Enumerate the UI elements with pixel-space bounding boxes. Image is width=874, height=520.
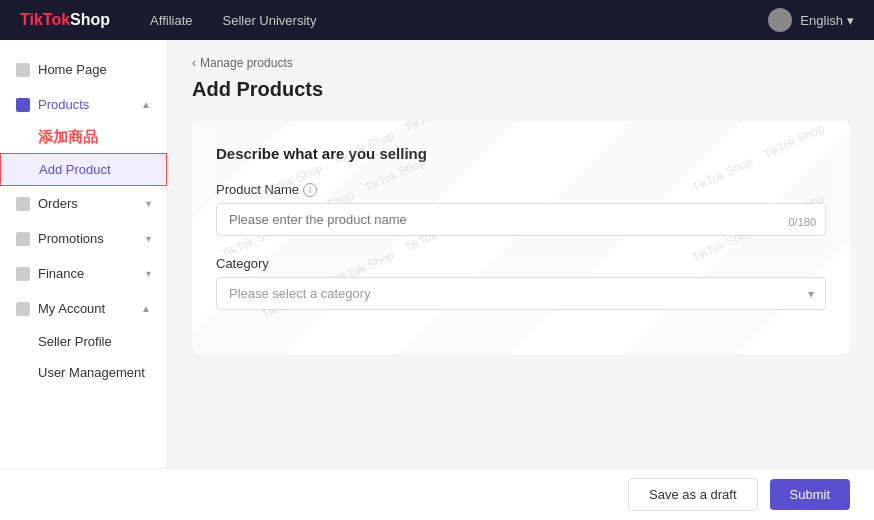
product-name-input-wrapper: 0/180 bbox=[216, 203, 826, 236]
sidebar-item-home-label: Home Page bbox=[38, 62, 107, 77]
chevron-down-icon: ▾ bbox=[146, 233, 151, 244]
finance-icon bbox=[16, 267, 30, 281]
submit-button[interactable]: Submit bbox=[770, 479, 850, 510]
sidebar-item-orders[interactable]: Orders ▾ bbox=[0, 186, 167, 221]
breadcrumb-parent[interactable]: Manage products bbox=[200, 56, 293, 70]
nav-links: Affiliate Seller University bbox=[150, 13, 768, 28]
language-selector[interactable]: English ▾ bbox=[800, 13, 854, 28]
sidebar-item-home[interactable]: Home Page bbox=[0, 52, 167, 87]
nav-seller-university[interactable]: Seller University bbox=[223, 13, 317, 28]
page-title: Add Products bbox=[192, 78, 850, 101]
orders-icon bbox=[16, 197, 30, 211]
sidebar: Home Page Products ▲ 添加商品 Add Product Or… bbox=[0, 40, 168, 468]
sidebar-item-my-account-label: My Account bbox=[38, 301, 105, 316]
sidebar-item-seller-profile[interactable]: Seller Profile bbox=[0, 326, 167, 357]
chevron-down-icon: ▾ bbox=[146, 268, 151, 279]
sidebar-item-products-label: Products bbox=[38, 97, 89, 112]
category-select[interactable]: Please select a category bbox=[216, 277, 826, 310]
chevron-up-icon: ▲ bbox=[141, 99, 151, 110]
sidebar-item-user-management[interactable]: User Management bbox=[0, 357, 167, 388]
product-name-info-icon[interactable]: i bbox=[303, 183, 317, 197]
sidebar-item-promotions[interactable]: Promotions ▾ bbox=[0, 221, 167, 256]
main-layout: Home Page Products ▲ 添加商品 Add Product Or… bbox=[0, 40, 874, 468]
sidebar-item-orders-label: Orders bbox=[38, 196, 78, 211]
chevron-up-icon: ▲ bbox=[141, 303, 151, 314]
product-name-label: Product Name i bbox=[216, 182, 826, 197]
nav-right: English ▾ bbox=[768, 8, 854, 32]
category-label: Category bbox=[216, 256, 826, 271]
nav-affiliate[interactable]: Affiliate bbox=[150, 13, 192, 28]
account-icon bbox=[16, 302, 30, 316]
section-title: Describe what are you selling bbox=[216, 145, 826, 162]
promotions-icon bbox=[16, 232, 30, 246]
language-label: English bbox=[800, 13, 843, 28]
avatar[interactable] bbox=[768, 8, 792, 32]
product-form-card: TikTok Shop TikTok Shop TikTok Shop TikT… bbox=[192, 121, 850, 354]
sidebar-item-finance-label: Finance bbox=[38, 266, 84, 281]
breadcrumb: ‹ Manage products bbox=[192, 56, 850, 70]
chevron-down-icon: ▾ bbox=[146, 198, 151, 209]
products-icon bbox=[16, 98, 30, 112]
top-navigation: TikTokShop Affiliate Seller University E… bbox=[0, 0, 874, 40]
main-content: ‹ Manage products Add Products TikTok Sh… bbox=[168, 40, 874, 468]
chinese-add-label: 添加商品 bbox=[0, 122, 167, 153]
sidebar-item-promotions-label: Promotions bbox=[38, 231, 104, 246]
sidebar-item-my-account[interactable]: My Account ▲ bbox=[0, 291, 167, 326]
product-name-input[interactable] bbox=[216, 203, 826, 236]
product-name-char-count: 0/180 bbox=[788, 216, 816, 228]
category-group: Category Please select a category ▾ bbox=[216, 256, 826, 310]
save-draft-button[interactable]: Save as a draft bbox=[628, 478, 757, 511]
sidebar-item-products[interactable]: Products ▲ bbox=[0, 87, 167, 122]
home-icon bbox=[16, 63, 30, 77]
footer-bar: Save as a draft Submit bbox=[0, 468, 874, 520]
sidebar-item-finance[interactable]: Finance ▾ bbox=[0, 256, 167, 291]
sidebar-item-add-product[interactable]: Add Product bbox=[0, 153, 167, 186]
chevron-down-icon: ▾ bbox=[847, 13, 854, 28]
breadcrumb-arrow: ‹ bbox=[192, 56, 196, 70]
product-name-group: Product Name i 0/180 bbox=[216, 182, 826, 236]
category-select-wrapper: Please select a category ▾ bbox=[216, 277, 826, 310]
logo[interactable]: TikTokShop bbox=[20, 11, 110, 29]
